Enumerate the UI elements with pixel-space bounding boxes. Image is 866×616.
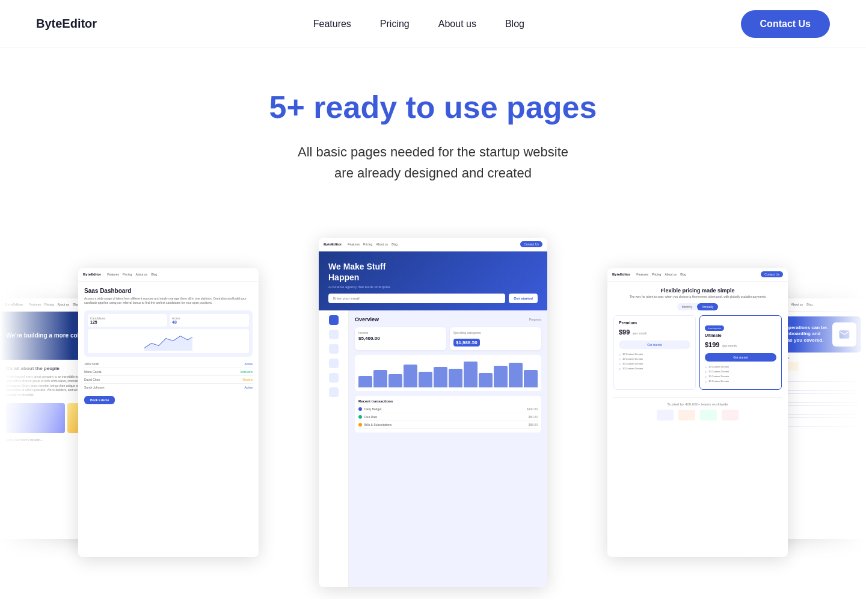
card-pricing-nav-logo: ByteEditor	[612, 273, 630, 276]
nav-link-about[interactable]: About us	[438, 19, 476, 29]
saas-cta[interactable]: Book a demo	[84, 396, 115, 404]
dashboard-chart	[355, 355, 541, 391]
nav-link-blog[interactable]: Blog	[505, 19, 524, 29]
hero-section: 5+ ready to use pages All basic pages ne…	[0, 48, 866, 208]
nav-links: Features Pricing About us Blog	[313, 19, 524, 29]
hero-email-input[interactable]	[328, 294, 505, 303]
nav-logo: ByteEditor	[36, 17, 97, 31]
plan-ultimate: ✦ enterprise Ultimate $199 /per month Ge…	[699, 315, 782, 390]
pricing-title: Flexible pricing made simple	[613, 288, 782, 294]
card-saas-nav-logo: ByteEditor	[83, 273, 101, 276]
pages-showcase: ByteEditor Features Pricing About us Blo…	[0, 226, 866, 599]
nav-link-pricing[interactable]: Pricing	[380, 19, 410, 29]
dashboard-list: Recent transactions Daily Budget $100.00…	[355, 396, 541, 433]
pricing-subtitle: The way for talent to soar: when you cho…	[613, 295, 782, 298]
card-saas-nav: ByteEditor Features Pricing About us Blo…	[78, 268, 259, 282]
dashboard-title: Overview	[355, 316, 379, 322]
saas-title: Saas Dashboard	[84, 288, 253, 294]
ultimate-cta[interactable]: Get started	[705, 353, 776, 362]
premium-cta[interactable]: Get started	[619, 340, 690, 349]
card-dashboard-nav: ByteEditor Features Pricing About us Blo…	[319, 238, 547, 251]
card-saas: ByteEditor Features Pricing About us Blo…	[78, 268, 259, 557]
card-pricing: ByteEditor Features Pricing About us Blo…	[607, 268, 788, 557]
nav-contact-button[interactable]: Contact Us	[741, 10, 830, 38]
main-nav: ByteEditor Features Pricing About us Blo…	[0, 0, 866, 48]
hero-title: 5+ ready to use pages	[36, 90, 830, 125]
card-dashboard: ByteEditor Features Pricing About us Blo…	[319, 238, 547, 587]
card-dashboard-nav-logo: ByteEditor	[324, 242, 342, 246]
nav-link-features[interactable]: Features	[313, 19, 351, 29]
card-pricing-nav: ByteEditor Features Pricing About us Blo…	[607, 268, 788, 282]
saas-description: Access a wide range of talent from diffe…	[84, 297, 253, 306]
about-image-1	[6, 403, 65, 433]
dash-sidebar	[319, 310, 349, 587]
income-widget: Income $5,400.00	[355, 327, 446, 350]
hero-subtitle: All basic pages needed for the startup w…	[253, 141, 613, 183]
plan-premium: Premium $99 /per month Get started 10 Cu…	[613, 315, 696, 390]
card-about-nav-logo: ByteEditor	[5, 303, 23, 306]
